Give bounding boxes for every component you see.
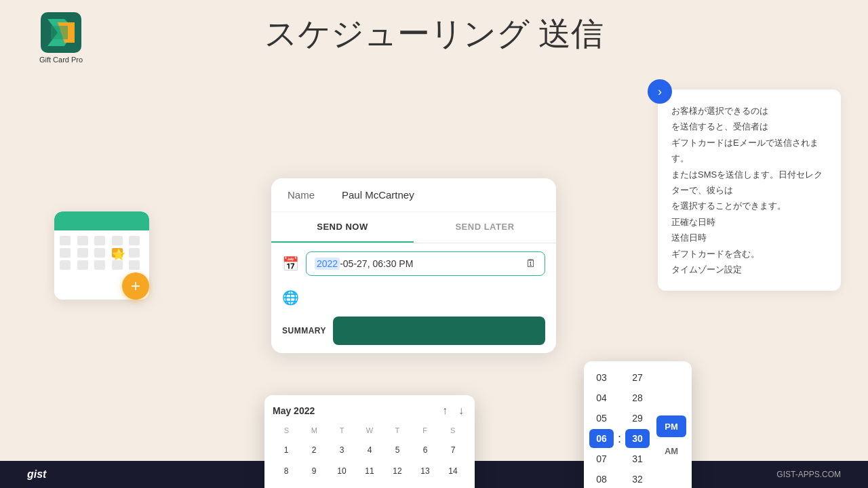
cal-day-17[interactable]: 17	[332, 483, 351, 488]
info-line: タイムゾーン設定	[671, 262, 827, 277]
cal-month-title[interactable]: May 2022	[273, 405, 315, 416]
cal-cell	[129, 236, 140, 245]
tab-send-later[interactable]: SEND LATER	[414, 212, 556, 243]
summary-row: SUMMARY	[271, 311, 556, 353]
form-card: Name Paul McCartney SEND NOW SEND LATER …	[271, 178, 556, 353]
cal-day-9[interactable]: 9	[304, 462, 323, 481]
info-text: お客様が選択できるのはを送信すると、受信者はギフトカードはEメールで送信されます…	[671, 103, 827, 277]
cal-day-header-w: W	[356, 424, 384, 437]
cal-day-16[interactable]: 16	[304, 483, 323, 488]
cal-day-header-t: T	[328, 424, 356, 437]
cal-day-10[interactable]: 10	[332, 462, 351, 481]
info-line: お客様が選択できるのは	[671, 103, 827, 119]
cal-cell	[60, 248, 71, 258]
cal-day-15[interactable]: 15	[277, 483, 296, 488]
date-input-text: 2022-05-27, 06:30 PM	[315, 258, 413, 269]
minute-29[interactable]: 29	[625, 409, 650, 428]
time-separator: :	[616, 432, 623, 446]
hour-06[interactable]: 06	[589, 429, 614, 448]
logo-label: Gift Card Pro	[39, 56, 83, 64]
cal-day-2[interactable]: 2	[304, 441, 323, 460]
logo-area: Gift Card Pro	[27, 12, 95, 64]
cal-day-6[interactable]: 6	[416, 441, 435, 460]
minute-30[interactable]: 30	[625, 429, 650, 448]
name-row: Name Paul McCartney	[271, 178, 556, 212]
header: Gift Card Pro スケジューリング 送信	[0, 0, 868, 76]
hour-05[interactable]: 05	[589, 409, 614, 428]
cal-day-13[interactable]: 13	[416, 462, 435, 481]
summary-bar[interactable]	[333, 317, 545, 345]
info-line: またはSMSを送信します。日付セレクターで、彼らは	[671, 167, 827, 199]
form-area: Name Paul McCartney SEND NOW SEND LATER …	[190, 76, 637, 455]
cal-cell	[129, 248, 140, 258]
info-line: ギフトカードを含む。	[671, 246, 827, 262]
cal-day-14[interactable]: 14	[443, 462, 462, 481]
info-line: 正確な日時	[671, 214, 827, 230]
cal-day-header-s: S	[273, 424, 300, 437]
cal-cell	[112, 236, 123, 245]
cal-cell-star: ⭐	[112, 248, 123, 258]
cal-next-btn[interactable]: ↓	[456, 403, 467, 418]
cal-cell	[94, 248, 105, 258]
name-field-label: Name	[288, 189, 342, 201]
cal-day-21[interactable]: 21	[443, 483, 462, 488]
footer-logo: gist	[27, 468, 46, 481]
cal-cell	[94, 236, 105, 245]
info-card: › お客様が選択できるのはを送信すると、受信者はギフトカードはEメールで送信され…	[658, 89, 841, 291]
calendar-card-body: ⭐	[54, 230, 149, 275]
ampm-pm[interactable]: PM	[656, 415, 686, 437]
cal-day-8[interactable]: 8	[277, 462, 296, 481]
cal-day-18[interactable]: 18	[360, 483, 379, 488]
cal-cell	[60, 260, 71, 270]
cal-cell	[77, 260, 88, 270]
minute-column: 27282930313233	[625, 368, 650, 488]
info-line: ギフトカードはEメールで送信されます。	[671, 135, 827, 167]
cal-day-11[interactable]: 11	[360, 462, 379, 481]
cal-day-header-s2: S	[439, 424, 467, 437]
add-button[interactable]: +	[122, 272, 149, 300]
cal-day-5[interactable]: 5	[388, 441, 407, 460]
calendar-card-header	[54, 211, 149, 230]
cal-day-7[interactable]: 7	[443, 441, 462, 460]
minute-28[interactable]: 28	[625, 388, 650, 407]
cal-grid-header: S M T W T F S	[273, 424, 467, 437]
info-nav-btn[interactable]: ›	[648, 79, 672, 104]
page-title: スケジューリング 送信	[264, 12, 604, 56]
cal-prev-btn[interactable]: ↑	[439, 403, 450, 418]
date-calendar-icon: 🗓	[526, 258, 536, 270]
cal-day-3[interactable]: 3	[332, 441, 351, 460]
main-content: ⭐ + Name Paul McCartney	[0, 76, 868, 455]
svg-marker-3	[51, 26, 68, 39]
cal-day-19[interactable]: 19	[388, 483, 407, 488]
send-tabs: SEND NOW SEND LATER	[271, 212, 556, 243]
hour-08[interactable]: 08	[589, 470, 614, 488]
ampm-am[interactable]: AM	[656, 440, 686, 462]
cal-nav: ↑ ↓	[439, 403, 467, 418]
globe-icon: 🌐	[282, 289, 299, 306]
date-row: 📅 2022-05-27, 06:30 PM 🗓	[271, 243, 556, 284]
calendar-popup: May 2022 ↑ ↓ S M T W T F S 12345678910	[264, 395, 475, 488]
hour-07[interactable]: 07	[589, 449, 614, 468]
info-line: を選択することができます。	[671, 198, 827, 214]
cal-day-4[interactable]: 4	[360, 441, 379, 460]
logo-icon	[41, 12, 81, 53]
hour-04[interactable]: 04	[589, 388, 614, 407]
name-field-value: Paul McCartney	[342, 189, 414, 201]
calendar-small-icon[interactable]: 📅	[282, 256, 299, 272]
cal-cell	[60, 236, 71, 245]
minute-27[interactable]: 27	[625, 368, 650, 387]
date-input-box[interactable]: 2022-05-27, 06:30 PM 🗓	[306, 251, 545, 276]
left-decoration: ⭐ +	[27, 76, 190, 455]
hour-column: 03040506070809	[589, 368, 614, 488]
tab-send-now[interactable]: SEND NOW	[271, 212, 414, 243]
hour-03[interactable]: 03	[589, 368, 614, 387]
cal-day-20[interactable]: 20	[416, 483, 435, 488]
ampm-column: PMAM	[656, 415, 686, 462]
cal-cell	[129, 260, 140, 270]
cal-day-1[interactable]: 1	[277, 441, 296, 460]
cal-day-12[interactable]: 12	[388, 462, 407, 481]
info-line: を送信すると、受信者は	[671, 119, 827, 134]
minute-31[interactable]: 31	[625, 449, 650, 468]
minute-32[interactable]: 32	[625, 470, 650, 488]
cal-popup-header: May 2022 ↑ ↓	[273, 403, 467, 418]
